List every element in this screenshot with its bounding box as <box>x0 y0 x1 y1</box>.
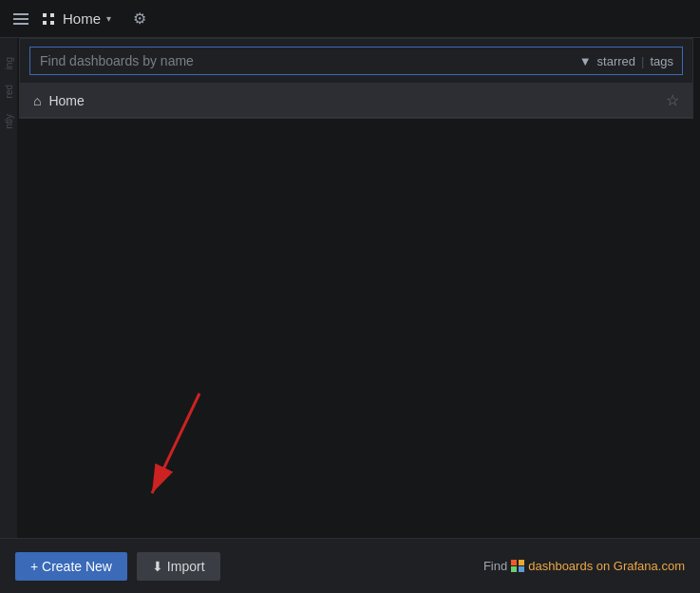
bottom-left-buttons: + Create New ⬇ Import <box>15 552 220 581</box>
dashboard-search-panel: ▼ starred | tags ⌂ Home ☆ <box>19 38 693 119</box>
home-label: Home <box>63 10 101 27</box>
sidebar-stub: ing red ntly <box>0 38 17 538</box>
top-bar-left: Home ▾ ⚙ <box>9 6 153 32</box>
create-new-label: + Create New <box>30 559 112 574</box>
grafana-logo-icon <box>511 560 524 573</box>
sidebar-text-3: ntly <box>4 114 14 129</box>
search-bar: ▼ starred | tags <box>20 39 692 84</box>
arrow-annotation <box>123 384 237 517</box>
settings-button[interactable]: ⚙ <box>126 6 153 32</box>
sidebar-text-1: ing <box>4 57 14 69</box>
create-new-button[interactable]: + Create New <box>15 552 127 581</box>
svg-rect-0 <box>13 13 28 15</box>
home-row-icon: ⌂ <box>33 93 41 108</box>
import-button[interactable]: ⬇ Import <box>137 552 220 581</box>
sidebar-toggle[interactable] <box>9 8 32 30</box>
home-row-label: Home <box>48 93 84 108</box>
home-row-left: ⌂ Home <box>33 93 85 108</box>
top-bar: Home ▾ ⚙ <box>0 0 700 38</box>
grafana-link-suffix: dashboards on Grafana.com <box>528 559 685 573</box>
home-button[interactable]: Home ▾ <box>40 10 111 28</box>
chevron-down-icon: ▾ <box>106 13 111 24</box>
import-label: ⬇ Import <box>152 559 205 574</box>
grafana-link-text: Find <box>483 559 507 573</box>
sidebar-text-2: red <box>4 85 14 98</box>
svg-line-4 <box>152 393 199 493</box>
gear-icon: ⚙ <box>133 10 146 28</box>
star-icon[interactable]: ☆ <box>666 91 679 109</box>
grafana-link[interactable]: Find dashboards on Grafana.com <box>483 559 685 573</box>
bottom-bar: + Create New ⬇ Import Find dashboards on… <box>0 538 700 593</box>
search-input[interactable] <box>29 47 683 75</box>
svg-rect-2 <box>13 23 28 25</box>
home-row[interactable]: ⌂ Home ☆ <box>20 84 692 118</box>
svg-rect-1 <box>13 18 28 20</box>
